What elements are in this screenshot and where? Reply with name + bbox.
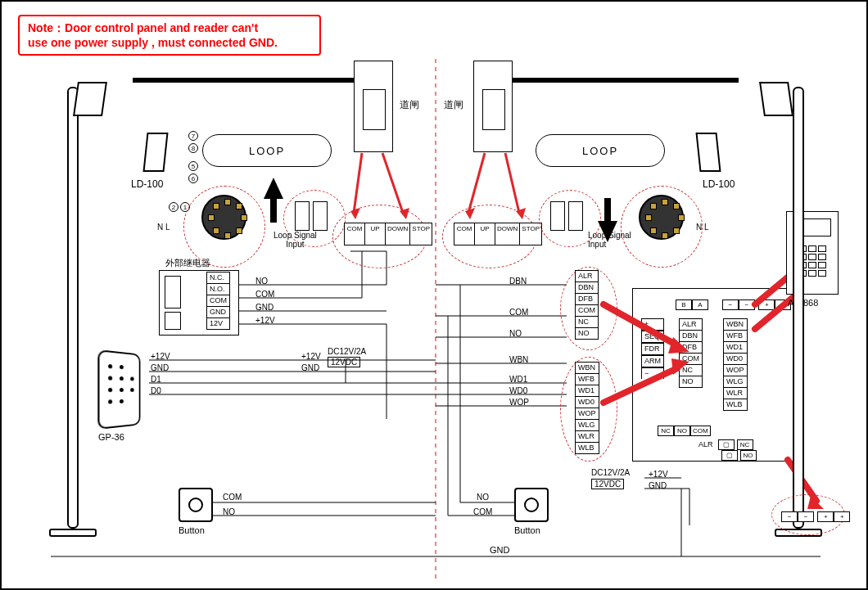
reader-head-icon — [73, 82, 107, 116]
ld100-label-left: LD-100 — [131, 178, 163, 190]
relay-socket-left — [201, 195, 246, 240]
wire-no: NO — [255, 277, 268, 286]
loop-pin-6: 6 — [188, 173, 198, 183]
bus-wd1: WD1 — [509, 375, 527, 384]
photobeam-right — [695, 133, 721, 172]
reader-pin-d1: D1 — [151, 375, 161, 384]
arrow-down-icon — [598, 221, 617, 242]
reader-gp36 — [97, 349, 140, 430]
loop-coil-right: LOOP — [536, 134, 665, 167]
psu-box-left: 12VDC — [328, 357, 360, 367]
loop-pin-2: 2 — [169, 202, 179, 212]
gnd-bus-label: GND — [490, 545, 509, 555]
arrow-up-icon — [264, 178, 283, 199]
note-line-2: use one power supply , must connected GN… — [28, 36, 311, 49]
psu-box-right: 12VDC — [591, 479, 624, 489]
gate-cabinet-left — [354, 61, 393, 152]
loop-pin-8: 8 — [188, 143, 198, 153]
bus-wd0: WD0 — [509, 386, 527, 395]
ctrl-mid-col: ALRDBN DFBCOM NCNO — [679, 318, 703, 388]
button-label-right: Button — [514, 525, 540, 535]
ld100-label-right: LD-100 — [703, 178, 735, 190]
exit-button-right — [514, 488, 549, 522]
button-label-left: Button — [179, 525, 205, 535]
psu-label1-left: DC12V/2A — [328, 347, 366, 356]
ext-relay-title: 外部继电器 — [165, 257, 210, 269]
relay-pins: N.C.N.O. COMGND 12V — [206, 272, 230, 330]
bus-wbn: WBN — [509, 355, 528, 364]
reader-model-label: GP-36 — [98, 432, 124, 442]
bus-com: COM — [509, 308, 528, 317]
loop-signal-label-left: Loop Signal Input — [274, 231, 317, 249]
psu-label1-right: DC12V/2A — [591, 468, 630, 477]
wire-gnd: GND — [255, 303, 274, 312]
reader-pin-gnd: GND — [151, 363, 169, 372]
relay-socket-right — [639, 195, 684, 240]
btn-wire-no-left: NO — [223, 507, 235, 516]
power-terminal-row: −− ++ — [781, 507, 850, 522]
gate-cabinet-right — [473, 61, 513, 152]
loop-pin-5: 5 — [188, 161, 198, 171]
ctrl-left-col: +SEQ FDRARM − — [641, 318, 664, 379]
reader-pin-d0: D0 — [151, 386, 161, 395]
left-pedestal — [43, 87, 116, 561]
gate-terminal-right: COMUP DOWNSTOP — [454, 223, 542, 245]
loop-signal-terminal-b — [313, 201, 328, 231]
ctrl-bottom-row: NCNOCOM — [658, 421, 711, 436]
wire-com: COM — [255, 290, 274, 299]
warning-note: Note：Door control panel and reader can't… — [18, 15, 321, 56]
exit-button-left — [179, 488, 213, 522]
btn-wire-no-right: NO — [477, 493, 489, 502]
psu-gnd-left: GND — [301, 363, 319, 372]
note-line-1: Note：Door control panel and reader can't — [28, 21, 311, 36]
right-pedestal — [755, 87, 829, 561]
nl-label-left: N L — [157, 223, 170, 232]
reader-head-icon-right — [759, 82, 793, 116]
btn-wire-com-right: COM — [473, 507, 492, 516]
pinlist-1: ALRDBN DFBCOM NCNO — [575, 270, 599, 340]
btn-wire-com-left: COM — [223, 493, 242, 502]
psu-12v-right: +12V — [649, 470, 668, 479]
pinlist-2: WBNWFB WD1WD0 WOPWLG WLRWLB — [575, 362, 599, 454]
reader-pin-12v: +12V — [151, 352, 170, 361]
psu-12v-left: +12V — [301, 352, 321, 361]
gate-terminal-left: COMUP DOWNSTOP — [344, 223, 432, 245]
bus-dbn: DBN — [509, 277, 527, 286]
loop-signal-terminal-a — [295, 201, 310, 231]
bus-wop: WOP — [509, 398, 529, 407]
loop-coil-left: LOOP — [202, 134, 332, 167]
bus-no: NO — [509, 329, 522, 338]
gate-label-right: 道闸 — [444, 98, 463, 112]
ctrl-right-col: WBNWFB WD1WD0 WOPWLG WLRWLB — [723, 318, 748, 411]
psu-gnd-right: GND — [649, 481, 667, 490]
gate-label-left: 道闸 — [400, 98, 419, 112]
photobeam-left — [142, 133, 168, 172]
ctrl-alr-switch: ALR ▢ NC ▢ NO — [698, 439, 757, 461]
loop-pin-7: 7 — [188, 131, 198, 141]
wire-12v: +12V — [255, 316, 275, 325]
